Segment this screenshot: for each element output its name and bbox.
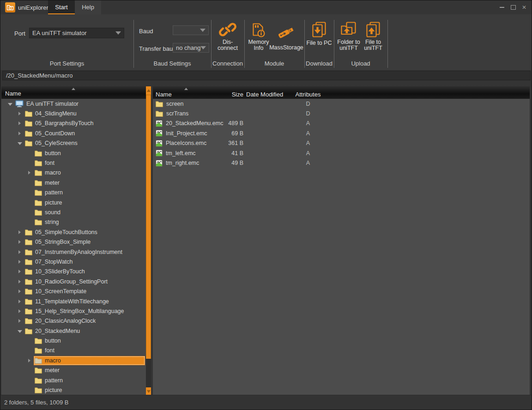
tree-scrollbar[interactable] — [146, 86, 151, 396]
tree-item-content[interactable]: sound — [34, 208, 63, 217]
tree-item-content[interactable]: 05_CyleScreens — [24, 139, 80, 148]
tree-item[interactable]: pattern — [1, 188, 146, 198]
tree-item[interactable]: 10_ScreenTemplate — [1, 286, 146, 296]
expander-icon[interactable] — [26, 357, 33, 364]
maximize-button[interactable] — [508, 3, 518, 12]
file-row[interactable]: tm_left.emc 41 B A — [153, 148, 530, 158]
file-to-unitft-button[interactable]: File to uniTFT — [361, 20, 385, 51]
expander-icon[interactable] — [17, 318, 23, 324]
file-row[interactable]: tm_right.emc 49 B A — [153, 158, 530, 168]
tree-item-content[interactable]: 10_RadioGroup_SettingPort — [24, 277, 110, 286]
tree-item-content[interactable]: 05_SimpleTouchButtons — [24, 228, 100, 237]
expander-icon[interactable] — [17, 140, 23, 146]
tree-item[interactable]: 20_ClassicAnalogClock — [1, 316, 146, 326]
tree-item[interactable]: sound — [1, 207, 146, 217]
tree-item-content[interactable]: 15_Help_StringBox_Multilanguage — [24, 307, 127, 316]
expander-icon[interactable] — [26, 338, 33, 344]
expander-icon[interactable] — [17, 268, 23, 275]
tree-item[interactable]: 11_TemplateWithTitlechange — [1, 296, 146, 306]
expander-icon[interactable] — [26, 219, 33, 225]
address-bar-input[interactable] — [2, 71, 531, 80]
folder-to-unitft-button[interactable]: Folder to uniTFT — [336, 20, 361, 51]
expander-icon[interactable] — [17, 120, 23, 127]
close-button[interactable]: ✕ — [520, 3, 529, 12]
tree-item-content[interactable]: picture — [34, 198, 65, 207]
tree-item-content[interactable]: meter — [34, 178, 62, 187]
tree-item-content[interactable]: 07_StopWatch — [24, 257, 75, 266]
tree-header[interactable]: Name — [1, 86, 146, 99]
tree-item-content[interactable]: 10_3SliderByTouch — [24, 267, 87, 276]
tree-item[interactable]: 05_CyleScreens — [1, 139, 146, 148]
expander-icon[interactable] — [26, 199, 33, 206]
expander-icon[interactable] — [17, 259, 23, 265]
tree-item[interactable]: button — [1, 336, 146, 345]
tree-item-content[interactable]: meter — [34, 366, 62, 375]
tree-item-content[interactable]: pattern — [34, 188, 65, 197]
expander-icon[interactable] — [26, 377, 33, 384]
tree-item-content[interactable]: 04_SlidingMenu — [24, 109, 79, 118]
expander-icon[interactable] — [17, 130, 23, 137]
tree-item[interactable]: 04_SlidingMenu — [1, 109, 146, 118]
tree-item[interactable]: meter — [1, 366, 146, 375]
tree-item-content[interactable]: button — [34, 336, 63, 345]
minimize-button[interactable] — [497, 3, 507, 12]
tree-item-content[interactable]: string — [34, 217, 61, 227]
baud-select[interactable] — [173, 25, 209, 35]
tree-item[interactable]: picture — [1, 198, 146, 207]
tab-help[interactable]: Help — [75, 0, 101, 14]
tab-start[interactable]: Start — [48, 0, 75, 14]
tree-item-content[interactable]: 05_StringBox_Simple — [24, 237, 93, 247]
file-row[interactable]: scrTrans D — [153, 109, 530, 118]
column-header-size[interactable]: Size — [218, 87, 243, 98]
column-header-attributes[interactable]: Attributes — [284, 87, 332, 98]
tree-item-content[interactable]: font — [34, 158, 57, 168]
tree-item-content[interactable]: 20_ClassicAnalogClock — [24, 316, 98, 326]
file-row[interactable]: Init_Project.emc 69 B A — [153, 128, 530, 138]
expander-icon[interactable] — [26, 160, 33, 166]
tree-item-content[interactable]: font — [34, 346, 57, 355]
tree-item-content[interactable]: 11_TemplateWithTitlechange — [24, 297, 111, 306]
tree-item[interactable]: 07_StopWatch — [1, 257, 146, 266]
tree-item-content[interactable]: 05_BargraphsByTouch — [24, 119, 96, 128]
tree-item-content[interactable]: button — [34, 149, 63, 158]
tree-item[interactable]: 05_StringBox_Simple — [1, 237, 146, 247]
expander-icon[interactable] — [17, 308, 23, 314]
files-header[interactable]: Name Size Date Modified Attributes — [153, 86, 530, 99]
scroll-up-button[interactable] — [146, 86, 151, 95]
expander-icon[interactable] — [7, 101, 13, 107]
tree-item[interactable]: 15_Help_StringBox_Multilanguage — [1, 306, 146, 316]
tree-item[interactable]: 05_CountDown — [1, 128, 146, 138]
disconnect-button[interactable]: Dis- connect — [213, 20, 242, 51]
tree-item-content[interactable]: 07_InstrumenByAnalogInstrument — [24, 247, 125, 257]
tree-item[interactable]: button — [1, 148, 146, 158]
expander-icon[interactable] — [26, 367, 33, 374]
tree-item[interactable]: picture — [1, 385, 146, 395]
file-row[interactable]: screen D — [153, 99, 530, 109]
tree-item[interactable]: string — [1, 217, 146, 227]
expander-icon[interactable] — [26, 150, 33, 157]
tree-item[interactable]: font — [1, 158, 146, 168]
expander-icon[interactable] — [26, 180, 33, 186]
expander-icon[interactable] — [26, 347, 33, 354]
tree-item[interactable]: pattern — [1, 375, 146, 385]
expander-icon[interactable] — [26, 189, 33, 196]
expander-icon[interactable] — [17, 229, 23, 235]
tree-item-content[interactable]: 20_StackedMenu — [24, 326, 82, 336]
tree-item-content[interactable]: macro — [34, 356, 145, 365]
expander-icon[interactable] — [17, 298, 23, 305]
expander-icon[interactable] — [17, 110, 23, 117]
tree-item[interactable]: font — [1, 346, 146, 356]
expander-icon[interactable] — [26, 169, 33, 176]
file-to-pc-button[interactable]: File to PC — [305, 20, 333, 46]
expander-icon[interactable] — [26, 209, 33, 216]
expander-icon[interactable] — [17, 239, 23, 245]
tree-item[interactable]: meter — [1, 178, 146, 187]
file-row[interactable]: 20_StackedMenu.emc 489 B A — [153, 119, 530, 128]
tree-item[interactable]: 07_InstrumenByAnalogInstrument — [1, 247, 146, 257]
tree-item-content[interactable]: 10_ScreenTemplate — [24, 287, 89, 296]
tree-item-content[interactable]: 05_CountDown — [24, 129, 77, 138]
transfer-baud-select[interactable]: no change — [173, 43, 209, 53]
expander-icon[interactable] — [17, 328, 23, 334]
tree-item-content[interactable]: picture — [34, 386, 65, 395]
file-row[interactable]: PlaceIcons.emc 361 B A — [153, 139, 530, 148]
